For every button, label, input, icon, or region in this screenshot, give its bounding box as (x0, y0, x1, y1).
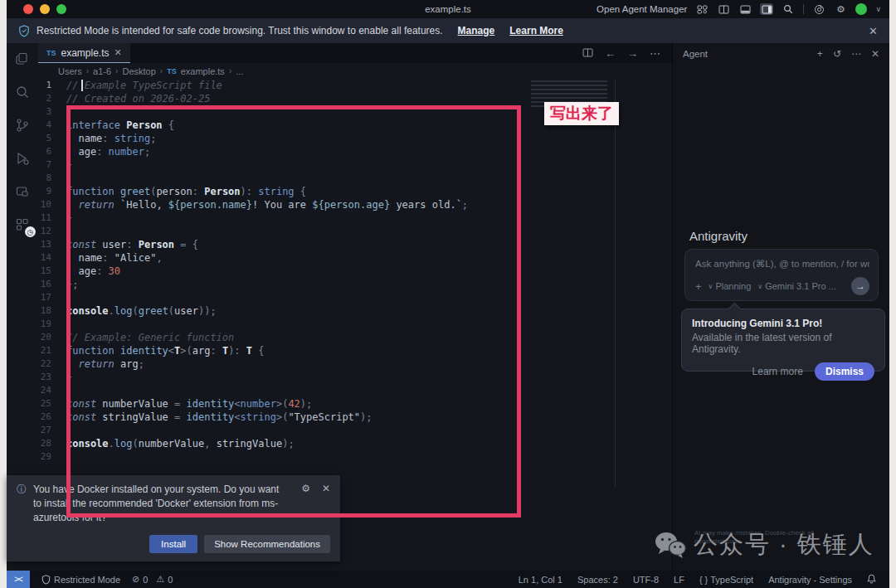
code-line: 13const user: Person = { (38, 238, 672, 251)
code-line: 29 (38, 450, 672, 464)
info-icon: ⓘ (17, 483, 27, 525)
code-line: 8 (38, 172, 672, 185)
search-icon[interactable] (782, 3, 795, 15)
source-control-icon[interactable] (13, 116, 32, 134)
send-button[interactable]: → (851, 277, 869, 295)
open-agent-manager-button[interactable]: Open Agent Manager (597, 4, 687, 14)
status-bar: >< Restricted Mode ⊘0 ⚠0 Ln 1, Col 1 Spa… (7, 571, 889, 588)
attach-icon[interactable]: + (695, 280, 702, 293)
layout-grid-icon[interactable] (695, 3, 709, 15)
banner-close-icon[interactable]: ✕ (869, 25, 878, 37)
gear-icon[interactable]: ⚙ (834, 3, 847, 15)
code-line: 7} (38, 158, 672, 172)
remote-indicator[interactable]: >< (7, 571, 30, 588)
editor-scrollbar[interactable] (615, 79, 616, 487)
antigravity-settings[interactable]: Antigravity - Settings (768, 575, 852, 585)
indentation[interactable]: Spaces: 2 (577, 575, 618, 585)
statusbar-restricted-mode[interactable]: Restricted Mode (41, 575, 120, 585)
notice-body: Available in the latest version of Antig… (692, 332, 874, 355)
notice-learn-more-link[interactable]: Learn more (752, 366, 803, 377)
code-line: 24 (38, 384, 672, 397)
model-dropdown[interactable]: ∨Gemini 3.1 Pro ... (757, 281, 835, 291)
encoding[interactable]: UTF-8 (633, 575, 659, 585)
chevron-down-icon: ∨ (757, 283, 762, 290)
code-line: 23} (38, 371, 672, 384)
window-title: example.ts (425, 4, 471, 14)
agent-manager-icon[interactable]: ◷ (13, 216, 32, 234)
tab-bar: TS example.ts ✕ ← → ⋯ (38, 43, 672, 63)
typescript-file-icon: TS (46, 49, 56, 57)
split-editor-button[interactable] (582, 47, 593, 60)
navigate-back-icon[interactable]: ← (605, 47, 616, 60)
chevron-down-icon: ∨ (709, 283, 713, 290)
breadcrumb[interactable]: Users› a1-6› Desktop› TS example.ts› ... (38, 63, 672, 79)
gemini-notice-popup: Introducing Gemini 3.1 Pro! Available in… (681, 309, 885, 372)
code-line: 5 name: string; (38, 132, 672, 145)
account-avatar[interactable] (855, 3, 867, 15)
code-line: 25const numberValue = identity<number>(4… (38, 397, 672, 411)
code-line: 21function identity<T>(arg: T): T { (38, 344, 672, 357)
code-lines[interactable]: 1// Example TypeScript file2// Created o… (38, 79, 672, 464)
panel-more-icon[interactable]: ⋯ (851, 48, 861, 60)
notification-settings-icon[interactable]: ⚙ (301, 483, 310, 525)
docker-message: You have Docker installed on your system… (33, 483, 282, 525)
watermark-text: 公众号 · 铁锤人 (694, 528, 874, 561)
run-debug-icon[interactable] (13, 149, 32, 168)
error-icon: ⊘ (132, 574, 139, 585)
search-sidebar-icon[interactable] (13, 83, 32, 101)
code-line: 10 return `Hello, ${person.name}! You ar… (38, 198, 672, 211)
agent-input[interactable]: Ask anything (⌘L), @ to mention, / for w… (695, 258, 869, 270)
shield-icon (41, 575, 51, 585)
cursor-position[interactable]: Ln 1, Col 1 (519, 575, 562, 585)
page-margin-left (0, 0, 7, 588)
titlebar-divider (803, 4, 804, 14)
toggle-panel-icon[interactable] (738, 3, 752, 15)
code-line: 6 age: number; (38, 145, 672, 158)
planning-dropdown[interactable]: ∨Planning (709, 281, 752, 291)
eol-sequence[interactable]: LF (674, 575, 684, 585)
bell-icon[interactable] (867, 574, 876, 586)
navigate-forward-icon[interactable]: → (627, 47, 638, 60)
code-line: 12 (38, 225, 672, 238)
tab-close-icon[interactable]: ✕ (114, 47, 122, 58)
install-button[interactable]: Install (149, 535, 197, 553)
code-line: 15 age: 30 (38, 265, 672, 278)
dismiss-button[interactable]: Dismiss (815, 362, 874, 381)
wechat-icon (654, 531, 687, 559)
toggle-secondary-sidebar-icon[interactable] (760, 3, 773, 15)
panel-close-icon[interactable]: ✕ (871, 48, 879, 60)
account-chevron-icon[interactable]: ∨ (875, 5, 881, 13)
code-line: 26const stringValue = identity<string>("… (38, 411, 672, 424)
problems-indicator[interactable]: ⊘0 ⚠0 (132, 574, 173, 585)
banner-message: Restricted Mode is intended for safe cod… (37, 25, 443, 36)
explorer-icon[interactable] (13, 50, 32, 68)
notification-close-icon[interactable]: ✕ (322, 483, 330, 525)
learn-more-link[interactable]: Learn More (509, 25, 563, 36)
manage-link[interactable]: Manage (458, 25, 495, 36)
code-line: 14 name: "Alice", (38, 251, 672, 265)
maximize-window-button[interactable] (56, 4, 66, 14)
antigravity-brand: Antigravity (689, 229, 747, 243)
window-controls (23, 4, 66, 14)
close-window-button[interactable] (23, 4, 33, 14)
history-icon[interactable]: ↺ (833, 48, 841, 60)
code-line: 28console.log(numberValue, stringValue); (38, 437, 672, 450)
code-line: 18console.log(greet(user)); (38, 304, 672, 318)
show-recommendations-button[interactable]: Show Recommendations (204, 535, 330, 553)
new-chat-icon[interactable]: + (817, 48, 823, 60)
code-line: 16}; (38, 278, 672, 291)
split-editor-icon[interactable] (717, 3, 730, 15)
braces-icon: { } (699, 575, 708, 585)
titlebar: example.ts Open Agent Manager ⚙ ∨ (7, 0, 889, 18)
minimize-window-button[interactable] (40, 4, 50, 14)
browser-icon[interactable] (812, 3, 825, 15)
code-line: 17 (38, 291, 672, 304)
editor-more-actions-icon[interactable]: ⋯ (650, 47, 660, 60)
restricted-mode-banner: Restricted Mode is intended for safe cod… (7, 18, 889, 43)
extensions-icon[interactable] (13, 182, 32, 201)
docker-notification: ⓘ You have Docker installed on your syst… (7, 475, 340, 561)
language-mode[interactable]: { } TypeScript (699, 575, 753, 585)
shield-icon (18, 25, 30, 37)
code-line: 20// Example: Generic function (38, 331, 672, 344)
tab-example-ts[interactable]: TS example.ts ✕ (38, 43, 130, 63)
